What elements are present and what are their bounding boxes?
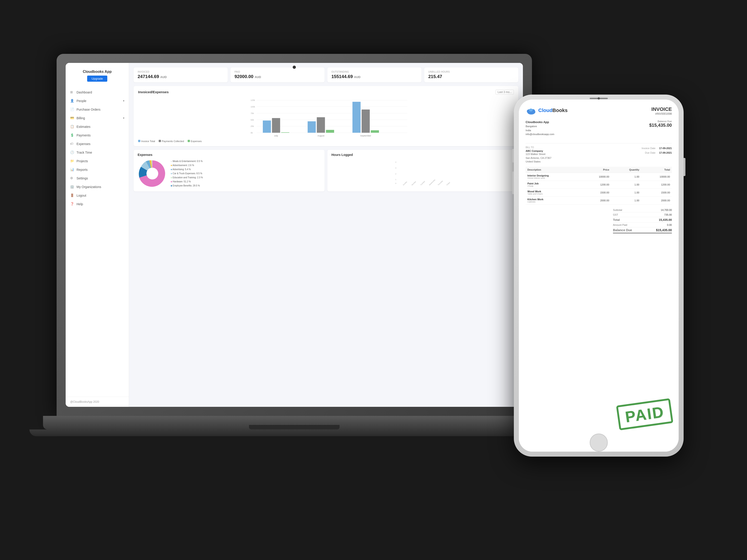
item-qty: 1.00 [611,172,641,181]
chevron-down-icon: ▾ [123,100,124,102]
svg-text:100k: 100k [251,106,255,108]
pie-area: ■ Meals & Entertainment: 0.5 % ■ Adverti… [138,159,320,188]
due-date-value: 17-09-2021 [659,151,672,155]
legend-invoice-total: Invoice Total [138,140,155,142]
svg-text:Wednesday: Wednesday [429,179,436,186]
from-email: info@cloudbooksapp.com [525,132,555,136]
svg-text:Sunday: Sunday [403,181,408,186]
svg-rect-16 [317,117,325,133]
subtotal-value: 14,700.00 [661,209,672,211]
bill-to-address2: San Antonio, CA 27367 [525,156,551,160]
subtotal-row: Subtotal 14,700.00 [613,208,672,212]
legend-item: ■ Advertising: 5.4 % [171,167,203,171]
col-header-price: Price [581,167,611,173]
sidebar-item-settings[interactable]: ⚙ Settings [66,174,129,183]
file-icon: 📄 [70,107,74,111]
svg-text:August: August [317,134,325,137]
phone: CloudBooks INVOICE #INV0001698 Cloudbook… [514,95,684,457]
question-icon: ❓ [70,202,74,206]
bill-to-company: ABC Company [525,150,551,152]
sidebar-item-help[interactable]: ❓ Help [66,200,129,208]
sidebar-item-label: Purchase Orders [77,108,124,111]
item-price: 1500.00 [581,188,611,196]
invoice-number: #INV0001698 [651,112,672,115]
chart-filter[interactable]: Last 3 mo... [495,89,514,95]
sidebar-item-logout[interactable]: 🚪 Logout [66,191,129,200]
table-row: Paint Job Cheap 1200.00 1.00 1200.00 [525,181,672,188]
item-total: 1200.00 [641,181,672,188]
invoice-from-row: Cloudbooks App Bangalore India info@clou… [525,120,672,140]
item-price: 10000.00 [581,172,611,181]
sidebar-item-payments[interactable]: 💲 Payments [66,131,129,140]
invoice-divider [525,143,672,143]
pie-chart-svg [138,159,167,188]
paid-stamp-text: PAID [624,403,666,426]
stat-card-unbilled-hours: UNBILLED HOURS 215.47 [424,68,518,82]
sidebar-item-label: Estimates [77,125,124,129]
phone-screen: CloudBooks INVOICE #INV0001698 Cloudbook… [519,100,679,452]
hours-card: Hours Logged 4 3 2 1 0 [327,150,518,191]
bottom-row: Expenses [133,150,518,191]
invoice-content: CloudBooks INVOICE #INV0001698 Cloudbook… [519,100,679,452]
item-name: Wood Work [527,190,578,193]
sidebar-item-label: Projects [77,159,124,163]
sidebar-item-reports[interactable]: 📊 Reports [66,165,129,174]
item-sub: Cabinets [527,201,578,203]
sidebar-item-label: Reports [77,168,124,171]
legend-item: ■ Employee Benefits: 29.5 % [171,184,203,188]
from-city: Bangalore [525,125,555,129]
logo-text: CloudBooks [538,107,568,113]
sidebar-item-purchase-orders[interactable]: 📄 Purchase Orders [66,105,129,114]
item-sub: House interior work [527,177,578,179]
sidebar-item-estimates[interactable]: 📋 Estimates [66,123,129,131]
upgrade-button[interactable]: Upgrade [87,76,107,82]
balance-due-final-row: Balance Due $15,435.00 [613,228,672,233]
svg-text:0: 0 [395,182,396,184]
sidebar-item-organizations[interactable]: 🏢 My Organizations [66,183,129,191]
item-qty: 1.00 [611,196,641,204]
total-row: Total 15,435.00 [613,217,672,223]
bar-chart-svg: 125k 100k 75k 50k 25k 0k [138,97,514,138]
item-name: Paint Job [527,182,578,185]
subtotal-label: Subtotal [613,209,622,211]
balance-due-final-label: Balance Due [613,228,632,232]
svg-rect-14 [281,132,289,133]
phone-home-button[interactable] [590,433,608,452]
from-company: Cloudbooks App [525,120,555,125]
laptop-camera [293,65,296,69]
bill-to-label: Bill To [525,146,551,149]
cloudbooks-logo-icon [525,106,537,114]
svg-text:Friday: Friday [446,182,451,186]
amount-paid-row: Amount Paid 0.00 [613,223,672,228]
sidebar-item-dashboard[interactable]: ⊞ Dashboard [66,88,129,97]
svg-text:4: 4 [395,161,396,163]
laptop-body: Cloudbooks App Upgrade ⊞ Dashboard 👤 [57,54,532,416]
paid-stamp: PAID [616,398,673,430]
logo-books-text: Books [552,107,567,113]
expenses-card: Expenses [133,150,325,191]
sidebar-item-billing[interactable]: 💳 Billing ▾ [66,114,129,123]
phone-power-button [684,158,686,176]
sidebar-item-expenses[interactable]: 🏷 Expenses [66,140,129,148]
hours-area: 4 3 2 1 0 Sunday Monday [331,159,514,186]
svg-point-39 [529,108,533,111]
col-header-quantity: Quantity [611,167,641,173]
svg-rect-12 [263,121,271,133]
legend-payments: Payments Collected [159,140,184,142]
folder-icon: 📁 [70,159,74,163]
item-description: Wood Work Table and Chairs [525,188,581,196]
sidebar-item-people[interactable]: 👤 People ▾ [66,97,129,105]
sidebar-item-label: Logout [77,194,124,197]
item-name: Interior Designing [527,174,578,177]
hours-chart-svg: 4 3 2 1 0 Sunday Monday [331,159,514,186]
brand-name: Cloudbooks App [70,70,124,74]
col-header-description: Description [525,167,581,173]
sidebar-item-track-time[interactable]: 🕐 Track Time [66,148,129,157]
legend-item: ■ Advertisement: 2.6 % [171,163,203,167]
from-country: India [525,129,555,133]
item-price: 1200.00 [581,181,611,188]
laptop: Cloudbooks App Upgrade ⊞ Dashboard 👤 [57,54,532,461]
stat-card-outstanding: OUTSTANDING 155144.69 AUD [327,68,421,82]
logo-cloud-text: Cloud [538,107,552,113]
sidebar-item-projects[interactable]: 📁 Projects [66,157,129,165]
